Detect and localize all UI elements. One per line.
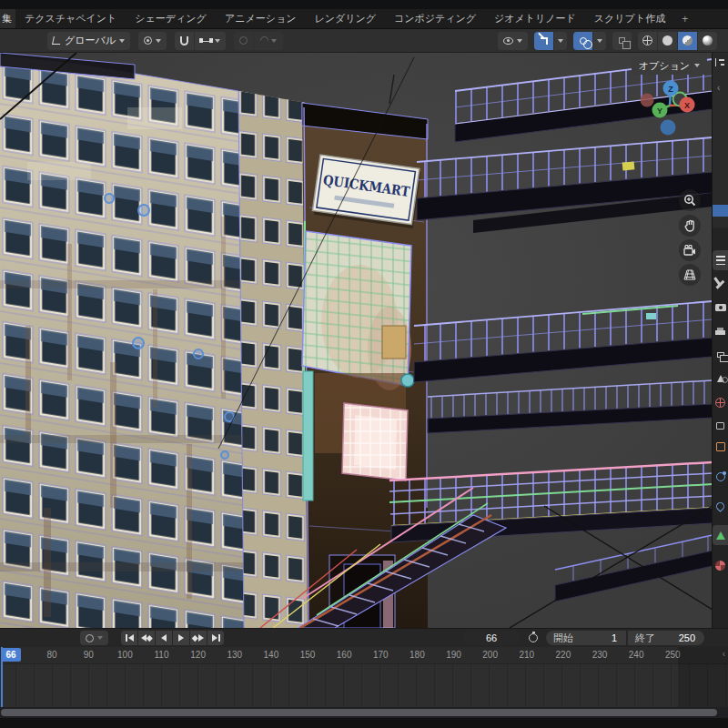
- ruler-tick: 110: [155, 650, 169, 660]
- pan-button[interactable]: [679, 215, 701, 237]
- teal-part[interactable]: [646, 313, 656, 319]
- properties-tab-render[interactable]: [713, 298, 728, 318]
- perspective-toggle-button[interactable]: [679, 264, 701, 286]
- outliner-selected-row[interactable]: [713, 205, 728, 217]
- shading-solid-button[interactable]: [658, 32, 677, 50]
- outliner-sliver: ‹: [713, 53, 728, 228]
- chevron-down-icon: [119, 39, 125, 43]
- ruler-tick: 230: [592, 650, 608, 660]
- fire-escape-platform-4[interactable]: [428, 380, 713, 433]
- timeline-header: 66 開始 1 終了 250: [0, 629, 728, 647]
- play-button[interactable]: [173, 631, 189, 645]
- transform-orientation-dropdown[interactable]: グローバル: [47, 32, 130, 50]
- properties-tab-collection[interactable]: [713, 416, 728, 436]
- billboard-mesh[interactable]: [302, 231, 411, 390]
- shading-material-button[interactable]: [678, 32, 697, 50]
- play-reverse-button[interactable]: [156, 631, 172, 645]
- jump-to-end-button[interactable]: [207, 631, 224, 645]
- workspace-tab-compositing[interactable]: コンポジティング: [385, 9, 485, 28]
- ruler-tick: 240: [629, 650, 644, 660]
- gizmo-dropdown[interactable]: [554, 32, 567, 50]
- gizmo-toggle-icon: [541, 37, 548, 45]
- outliner-icon: [715, 58, 724, 66]
- teal-pipe[interactable]: [303, 371, 313, 500]
- shading-mode-group: [638, 32, 717, 50]
- timeline-ruler-ticks[interactable]: ‹ 70809010011012013014015016017018019020…: [0, 647, 728, 663]
- show-overlays-toggle[interactable]: [573, 32, 592, 50]
- workspace-tab-shading[interactable]: シェーディング: [126, 9, 216, 28]
- apartment-building-mesh[interactable]: [0, 53, 311, 628]
- properties-tab-scene[interactable]: [713, 369, 728, 389]
- playhead[interactable]: 66: [1, 647, 3, 707]
- workspace-tab-partial[interactable]: 集: [0, 9, 15, 28]
- snap-target-dropdown[interactable]: [195, 32, 226, 50]
- fire-escape-platform-3[interactable]: [414, 301, 713, 382]
- prev-keyframe-button[interactable]: [138, 631, 155, 645]
- properties-tab-world[interactable]: [713, 392, 728, 412]
- shading-rendered-button[interactable]: [698, 32, 717, 50]
- show-gizmo-toggle[interactable]: [534, 32, 553, 50]
- walkway-bridge[interactable]: [389, 462, 713, 542]
- ruler-tick: 220: [556, 650, 571, 660]
- timeline-body[interactable]: ‹ 70809010011012013014015016017018019020…: [0, 647, 728, 707]
- workspace-tabbar: 集 テクスチャペイント シェーディング アニメーション レンダリング コンポジテ…: [0, 9, 728, 29]
- viewport-3d[interactable]: QUICKMART: [0, 53, 713, 628]
- current-frame-field[interactable]: 66: [462, 631, 521, 645]
- timeline-bottom-strip: [0, 718, 728, 728]
- right-sliver: ‹: [713, 53, 728, 628]
- quickmart-tower-mesh[interactable]: QUICKMART: [302, 75, 428, 628]
- properties-tab-object[interactable]: [713, 437, 728, 457]
- workspace-tab-texture-paint[interactable]: テクスチャペイント: [15, 9, 126, 28]
- falloff-dropdown[interactable]: [254, 32, 283, 50]
- properties-tab-output[interactable]: [713, 321, 728, 341]
- workspace-tab-scripting[interactable]: スクリプト作成: [585, 9, 674, 28]
- add-workspace-button[interactable]: +: [674, 9, 695, 28]
- nav-gizmo[interactable]: Z X Y: [637, 80, 710, 153]
- horizontal-scrollbar[interactable]: [1, 709, 717, 716]
- properties-tab-particles[interactable]: [713, 496, 728, 516]
- playhead-frame-label: 66: [1, 648, 21, 662]
- properties-tab-physics[interactable]: [713, 467, 728, 487]
- pivot-point-dropdown[interactable]: [138, 32, 167, 50]
- ruler-tick: 180: [410, 650, 425, 660]
- axis-y-label: Y: [657, 106, 662, 116]
- overlays-dropdown[interactable]: [593, 32, 606, 50]
- options-dropdown[interactable]: オプション: [632, 56, 707, 75]
- chevron-down-icon: [271, 39, 277, 43]
- chevron-down-icon: [97, 636, 103, 640]
- proportional-editing-icon: [239, 36, 248, 45]
- workspace-tab-geometry-nodes[interactable]: ジオメトリノード: [485, 9, 585, 28]
- end-frame-field[interactable]: 終了 250: [628, 631, 704, 645]
- axis-x-label: X: [684, 101, 690, 110]
- transform-orientation-icon: [52, 36, 62, 45]
- properties-tab-view-layer[interactable]: [713, 345, 728, 365]
- properties-tab-material[interactable]: [713, 555, 728, 575]
- yellow-box[interactable]: [622, 161, 635, 170]
- properties-tab-tool[interactable]: [713, 274, 728, 294]
- visibility-icon: [503, 37, 513, 45]
- snap-toggle-button[interactable]: [175, 32, 194, 50]
- axis-neg-z-ball[interactable]: [661, 120, 676, 136]
- stopwatch-icon: [529, 633, 538, 642]
- zoom-button[interactable]: [679, 189, 701, 211]
- jump-to-start-button[interactable]: [121, 631, 137, 645]
- autokey-dropdown[interactable]: [80, 631, 108, 645]
- properties-editor-icon[interactable]: [713, 250, 728, 270]
- timeline-tracks[interactable]: [0, 663, 728, 707]
- workspace-tab-animation[interactable]: アニメーション: [216, 9, 306, 28]
- crate[interactable]: [382, 326, 406, 359]
- shading-wireframe-button[interactable]: [638, 32, 657, 50]
- catwalk-mesh[interactable]: [555, 535, 713, 602]
- teal-knob[interactable]: [401, 374, 414, 387]
- next-keyframe-button[interactable]: [190, 631, 207, 645]
- axis-neg-x-ball[interactable]: [641, 94, 654, 107]
- proportional-editing-toggle[interactable]: [234, 32, 253, 50]
- lit-window-mesh[interactable]: [342, 403, 408, 480]
- start-frame-field[interactable]: 開始 1: [546, 631, 626, 645]
- xray-toggle[interactable]: [612, 32, 632, 50]
- collapse-left-icon[interactable]: ‹: [717, 84, 720, 93]
- properties-tab-object-data[interactable]: [713, 525, 728, 545]
- object-visibility-dropdown[interactable]: [498, 32, 528, 50]
- workspace-tab-rendering[interactable]: レンダリング: [305, 9, 385, 28]
- camera-view-button[interactable]: [679, 239, 701, 261]
